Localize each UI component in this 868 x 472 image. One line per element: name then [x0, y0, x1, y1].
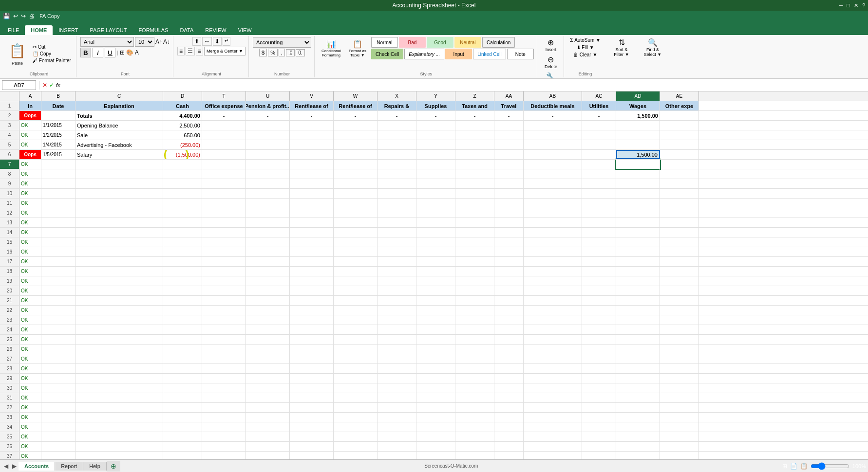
- cell-A4[interactable]: OK: [19, 130, 41, 140]
- cell-AA21[interactable]: [494, 296, 524, 305]
- cell-AA30[interactable]: [494, 383, 524, 393]
- cell-D37[interactable]: [163, 452, 202, 459]
- cell-Z2[interactable]: -: [455, 111, 494, 120]
- cell-Z10[interactable]: [455, 189, 494, 198]
- cell-D16[interactable]: [163, 247, 202, 256]
- cell-U30[interactable]: [246, 383, 290, 393]
- cell-D28[interactable]: [163, 364, 202, 373]
- cell-U13[interactable]: [246, 218, 290, 227]
- cell-X2[interactable]: -: [377, 111, 416, 120]
- cell-C33[interactable]: [75, 413, 163, 422]
- cell-AB9[interactable]: [524, 179, 582, 188]
- cell-AD31[interactable]: [616, 393, 660, 402]
- cell-AC7[interactable]: [582, 160, 616, 169]
- cell-AE35[interactable]: [660, 432, 699, 441]
- cell-C6[interactable]: Salary: [75, 150, 163, 159]
- cell-Y35[interactable]: [416, 432, 455, 441]
- cell-X31[interactable]: [377, 393, 416, 402]
- cell-T35[interactable]: [202, 432, 246, 441]
- cell-B33[interactable]: [41, 413, 75, 422]
- bad-style[interactable]: Bad: [399, 37, 426, 48]
- cell-Z9[interactable]: [455, 179, 494, 188]
- cell-Z27[interactable]: [455, 354, 494, 363]
- tab-insert[interactable]: INSERT: [53, 25, 84, 35]
- cell-AC15[interactable]: [582, 237, 616, 247]
- cell-Y5[interactable]: [416, 140, 455, 149]
- cell-Z3[interactable]: [455, 121, 494, 130]
- border-icon[interactable]: ⊞: [120, 49, 125, 56]
- tab-file[interactable]: FILE: [2, 25, 25, 35]
- cell-AB32[interactable]: [524, 403, 582, 412]
- conditional-formatting-button[interactable]: 📊 ConditionalFormatting: [319, 38, 344, 58]
- cell-Y22[interactable]: [416, 306, 455, 315]
- cell-Z35[interactable]: [455, 432, 494, 441]
- cell-T29[interactable]: [202, 374, 246, 383]
- col-header-D[interactable]: D: [163, 91, 202, 101]
- cell-V27[interactable]: [290, 354, 334, 363]
- cell-AB2[interactable]: -: [524, 111, 582, 120]
- page-layout-icon[interactable]: 📄: [790, 463, 797, 470]
- col-header-B[interactable]: B: [41, 91, 75, 101]
- cell-A2[interactable]: Oops: [19, 111, 41, 120]
- cell-AB29[interactable]: [524, 374, 582, 383]
- cell-Z11[interactable]: [455, 199, 494, 208]
- cell-A19[interactable]: OK: [19, 276, 41, 286]
- cell-C16[interactable]: [75, 247, 163, 256]
- cell-U19[interactable]: [246, 276, 290, 286]
- sort-filter-button[interactable]: ⇅ Sort &Filter ▼: [609, 37, 634, 58]
- cell-Y7[interactable]: [416, 160, 455, 169]
- cell-U22[interactable]: [246, 306, 290, 315]
- cell-A6[interactable]: Oops: [19, 150, 41, 159]
- cell-AA20[interactable]: [494, 286, 524, 295]
- cell-U1[interactable]: Pension & profit...: [246, 101, 290, 110]
- cell-AB17[interactable]: [524, 257, 582, 266]
- cell-A13[interactable]: OK: [19, 218, 41, 227]
- cell-AD4[interactable]: [616, 130, 660, 140]
- cell-Y18[interactable]: [416, 267, 455, 276]
- cell-B23[interactable]: [41, 315, 75, 325]
- cell-AE19[interactable]: [660, 276, 699, 286]
- cell-U24[interactable]: [246, 325, 290, 334]
- cell-W32[interactable]: [334, 403, 377, 412]
- cell-W35[interactable]: [334, 432, 377, 441]
- cell-C25[interactable]: [75, 335, 163, 344]
- cell-W36[interactable]: [334, 442, 377, 451]
- cell-Y8[interactable]: [416, 169, 455, 179]
- cell-U32[interactable]: [246, 403, 290, 412]
- font-color-icon[interactable]: A: [135, 49, 139, 56]
- tab-home[interactable]: HOME: [25, 25, 53, 35]
- cell-T31[interactable]: [202, 393, 246, 402]
- cell-V5[interactable]: [290, 140, 334, 149]
- col-header-U[interactable]: U: [246, 91, 290, 101]
- cell-AA8[interactable]: [494, 169, 524, 179]
- cell-AA12[interactable]: [494, 208, 524, 218]
- cell-B1[interactable]: Date: [41, 101, 75, 110]
- cell-X12[interactable]: [377, 208, 416, 218]
- cell-D29[interactable]: [163, 374, 202, 383]
- cell-W8[interactable]: [334, 169, 377, 179]
- cell-B17[interactable]: [41, 257, 75, 266]
- cell-C30[interactable]: [75, 383, 163, 393]
- col-header-A[interactable]: A: [19, 91, 41, 101]
- align-top-icon[interactable]: ⬆: [192, 37, 201, 46]
- cell-B29[interactable]: [41, 374, 75, 383]
- align-center-icon[interactable]: ☰: [186, 47, 195, 55]
- col-header-X[interactable]: X: [377, 91, 416, 101]
- cell-C36[interactable]: [75, 442, 163, 451]
- cell-U6[interactable]: [246, 150, 290, 159]
- cell-Y28[interactable]: [416, 364, 455, 373]
- cell-C27[interactable]: [75, 354, 163, 363]
- cell-Y29[interactable]: [416, 374, 455, 383]
- sheet-tab-help[interactable]: Help: [83, 462, 107, 471]
- tab-page-layout[interactable]: PAGE LAYOUT: [84, 25, 132, 35]
- cell-AA15[interactable]: [494, 237, 524, 247]
- cell-B9[interactable]: [41, 179, 75, 188]
- cell-X33[interactable]: [377, 413, 416, 422]
- cell-U4[interactable]: [246, 130, 290, 140]
- cell-AB1[interactable]: Deductible meals: [524, 101, 582, 110]
- cell-X30[interactable]: [377, 383, 416, 393]
- cell-AA13[interactable]: [494, 218, 524, 227]
- cell-AA19[interactable]: [494, 276, 524, 286]
- cell-X24[interactable]: [377, 325, 416, 334]
- cell-X27[interactable]: [377, 354, 416, 363]
